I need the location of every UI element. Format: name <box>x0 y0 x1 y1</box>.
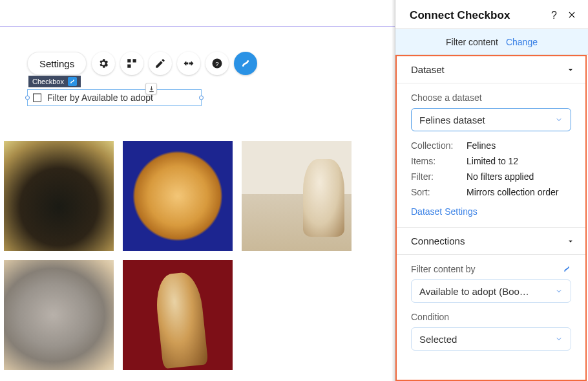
dataset-settings-link[interactable]: Dataset Settings <box>411 206 571 217</box>
element-tag: Checkbox <box>28 76 81 87</box>
filter-content-banner: Filter content Change <box>395 28 588 55</box>
condition-value: Selected <box>419 334 457 345</box>
dataset-accordion-header[interactable]: Dataset <box>397 56 585 83</box>
items-label: Items: <box>411 156 463 166</box>
filter-by-label: Filter content by <box>411 264 571 274</box>
download-badge-icon[interactable] <box>145 83 157 94</box>
connect-data-icon[interactable] <box>234 52 257 75</box>
chevron-down-icon <box>555 334 563 345</box>
element-tag-label: Checkbox <box>32 78 64 85</box>
gallery-image[interactable] <box>4 141 114 251</box>
panel-header: Connect Checkbox ? <box>395 0 588 28</box>
panel-highlight-region: Dataset Choose a dataset Felines dataset… <box>395 55 587 381</box>
animation-icon[interactable] <box>177 52 200 75</box>
connections-accordion-body: Filter content by Available to adopt (Bo… <box>397 255 585 361</box>
change-link[interactable]: Change <box>506 37 538 47</box>
filter-by-select[interactable]: Available to adopt (Boo… <box>411 279 571 303</box>
resize-handle-right[interactable] <box>199 96 204 100</box>
help-icon[interactable]: ? <box>205 52 229 75</box>
checkbox-element-selected[interactable]: Checkbox Filter by Available to adopt <box>27 89 202 106</box>
data-connection-icon <box>68 77 77 86</box>
chevron-down-icon <box>567 235 574 246</box>
checkbox-label-text: Filter by Available to adopt <box>47 93 153 103</box>
connections-accordion-header[interactable]: Connections <box>397 228 585 255</box>
gallery-image[interactable] <box>242 141 352 251</box>
dataset-accordion-body: Choose a dataset Felines dataset Collect… <box>397 83 585 228</box>
gallery-image[interactable] <box>4 260 114 370</box>
chevron-down-icon <box>555 114 563 125</box>
chevron-down-icon <box>567 64 574 75</box>
connect-panel: Connect Checkbox ? Filter content Change… <box>395 0 588 381</box>
element-toolbar: Settings ? <box>27 52 395 75</box>
svg-text:?: ? <box>215 60 219 67</box>
checkbox-square[interactable] <box>33 94 41 102</box>
gallery-image[interactable] <box>123 141 233 251</box>
items-value: Limited to 12 <box>467 156 518 166</box>
checkbox-field[interactable]: Filter by Available to adopt <box>27 89 202 106</box>
collection-label: Collection: <box>411 140 463 151</box>
image-gallery <box>4 141 366 370</box>
scroll-shadow <box>392 0 395 381</box>
design-icon[interactable] <box>149 52 172 75</box>
sort-value: Mirrors collection order <box>467 187 558 197</box>
collection-value: Felines <box>467 140 496 151</box>
connections-heading: Connections <box>411 235 465 246</box>
panel-close-icon[interactable] <box>567 10 576 21</box>
dataset-select[interactable]: Felines dataset <box>411 108 571 131</box>
gallery-image[interactable] <box>123 260 233 370</box>
sort-label: Sort: <box>411 187 463 197</box>
condition-label: Condition <box>411 312 571 322</box>
panel-help-icon[interactable]: ? <box>551 10 557 21</box>
chevron-down-icon <box>555 286 563 297</box>
dataset-select-value: Felines dataset <box>419 114 485 125</box>
layout-icon[interactable] <box>120 52 143 75</box>
section-divider <box>0 26 395 27</box>
settings-button[interactable]: Settings <box>27 52 87 75</box>
editor-canvas[interactable]: Settings ? <box>0 0 395 381</box>
resize-handle-left[interactable] <box>25 96 30 100</box>
filter-label: Filter: <box>411 171 463 182</box>
swap-icon[interactable] <box>562 265 571 274</box>
filter-by-value: Available to adopt (Boo… <box>419 286 529 297</box>
filter-content-text: Filter content <box>446 37 498 47</box>
panel-title: Connect Checkbox <box>410 9 510 22</box>
choose-dataset-label: Choose a dataset <box>411 93 571 103</box>
gear-icon[interactable] <box>92 52 115 75</box>
filter-value: No filters applied <box>467 171 534 182</box>
condition-select[interactable]: Selected <box>411 327 571 351</box>
dataset-heading: Dataset <box>411 64 445 75</box>
